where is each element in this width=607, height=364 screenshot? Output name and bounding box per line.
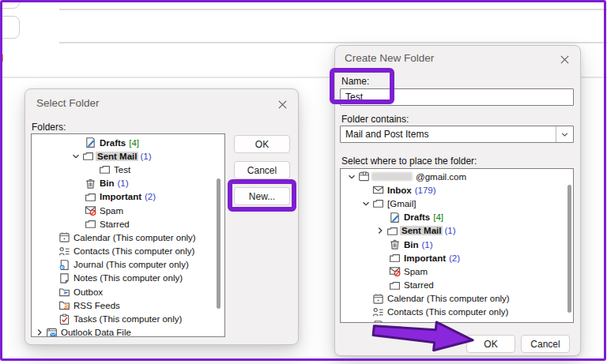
chevron-spacer bbox=[88, 165, 99, 174]
chevron-spacer bbox=[47, 314, 58, 324]
tree-item-important[interactable]: Important(2) bbox=[32, 190, 224, 204]
tree-item-sent-mail[interactable]: Sent Mail(1) bbox=[341, 224, 573, 238]
place-folder-tree[interactable]: @gmail.comInbox(179)[Gmail]Drafts[4]Sent… bbox=[340, 168, 574, 323]
tree-item-label: Tasks (This computer only) bbox=[72, 314, 183, 324]
background-field-fragment bbox=[0, 0, 20, 9]
tree-item-label: RSS Feeds bbox=[72, 301, 122, 310]
tree-item-label: Bin bbox=[402, 240, 420, 250]
tree-item-bin[interactable]: Bin(1) bbox=[341, 238, 573, 251]
tree-item-outlook-data-file[interactable]: Outlook Data File bbox=[32, 326, 224, 337]
tree-item-gmail-com[interactable]: @gmail.com bbox=[341, 170, 573, 183]
tree-item-label: Sent Mail bbox=[400, 226, 443, 235]
folder-icon bbox=[389, 280, 402, 291]
close-icon[interactable] bbox=[275, 97, 289, 111]
folder-icon bbox=[99, 163, 112, 175]
chevron-spacer bbox=[74, 192, 85, 201]
tree-item-test[interactable]: Test bbox=[32, 163, 224, 176]
unread-count: (1) bbox=[444, 226, 455, 235]
chevron-right-icon[interactable] bbox=[35, 328, 46, 337]
background-cursor-mark bbox=[1, 54, 3, 62]
chevron-spacer bbox=[47, 273, 58, 283]
tree-item-label: Spam bbox=[402, 267, 429, 276]
folder-list[interactable]: Drafts[4]Sent Mail(1)TestBin(1)Important… bbox=[31, 133, 225, 337]
unread-count: (2) bbox=[449, 253, 460, 263]
tree-item-sent-mail[interactable]: Sent Mail(1) bbox=[32, 149, 224, 163]
chevron-spacer bbox=[378, 253, 389, 263]
unread-count: (1) bbox=[140, 152, 151, 161]
chevron-spacer bbox=[47, 301, 58, 310]
tree-item-inbox[interactable]: Inbox(179) bbox=[341, 183, 573, 197]
chevron-right-icon[interactable] bbox=[375, 226, 386, 235]
unread-count: (2) bbox=[145, 192, 156, 201]
contacts-icon bbox=[58, 246, 72, 257]
ok-button[interactable]: OK bbox=[234, 135, 290, 153]
tree-item-label: Calendar (This computer only) bbox=[386, 294, 511, 303]
tree-item-calendar-this-computer-only[interactable]: Calendar (This computer only) bbox=[341, 292, 573, 306]
folder-icon bbox=[386, 225, 400, 237]
account-icon bbox=[358, 171, 371, 182]
tree-item-label: Contacts (This computer only) bbox=[386, 307, 510, 317]
tree-item-label: Journal (This computer only) bbox=[72, 260, 190, 269]
folder-icon bbox=[82, 150, 96, 162]
datafile-icon bbox=[46, 327, 59, 337]
chevron-spacer bbox=[74, 220, 85, 229]
tree-item-label: Starred bbox=[402, 280, 435, 290]
tree-item-label: Contacts (This computer only) bbox=[72, 246, 196, 256]
tree-item-label: [Gmail] bbox=[386, 199, 417, 208]
tree-item-outbox[interactable]: Outbox bbox=[32, 285, 224, 298]
dialog-title: Select Folder bbox=[36, 97, 100, 109]
tree-item-label: Sent Mail bbox=[96, 152, 138, 161]
tree-item-starred[interactable]: Starred bbox=[32, 217, 224, 231]
tree-item-gmail[interactable]: [Gmail] bbox=[341, 197, 573, 210]
tree-item-label: Starred bbox=[98, 220, 131, 229]
unread-count: [4] bbox=[129, 138, 139, 148]
tree-item-notes-this-computer-only[interactable]: Notes (This computer only) bbox=[32, 272, 224, 285]
unread-count: (179) bbox=[415, 186, 436, 195]
folder-contains-select[interactable]: Mail and Post Items bbox=[340, 126, 574, 143]
tree-item-calendar-this-computer-only[interactable]: Calendar (This computer only) bbox=[32, 231, 224, 244]
tree-item-label: Calendar (This computer only) bbox=[72, 233, 198, 242]
compose-field-divider bbox=[59, 9, 607, 10]
screenshot-canvas: Select Folder Folders: Drafts[4]Sent Mai… bbox=[0, 0, 607, 364]
chevron-down-icon[interactable] bbox=[71, 152, 82, 161]
scrollbar-thumb[interactable] bbox=[217, 178, 221, 309]
cancel-button[interactable]: Cancel bbox=[521, 335, 570, 353]
tree-item-label: Outlook Data File bbox=[59, 328, 133, 337]
folder-icon bbox=[372, 197, 386, 209]
annotation-arrow-to-ok bbox=[362, 317, 481, 360]
tree-item-drafts[interactable]: Drafts[4] bbox=[32, 136, 224, 149]
tree-item-drafts[interactable]: Drafts[4] bbox=[341, 211, 573, 224]
scrollbar-thumb[interactable] bbox=[567, 185, 571, 313]
tree-item-label: Spam bbox=[98, 206, 125, 216]
cancel-button[interactable]: Cancel bbox=[234, 161, 290, 179]
tree-item-rss-feeds[interactable]: RSS Feeds bbox=[32, 298, 224, 312]
tree-item-tasks-this-computer-only[interactable]: Tasks (This computer only) bbox=[32, 312, 224, 325]
spam-icon bbox=[85, 205, 98, 216]
chevron-down-icon[interactable] bbox=[556, 126, 573, 142]
chevron-down-icon[interactable] bbox=[347, 172, 358, 182]
chevron-spacer bbox=[378, 240, 389, 250]
unread-count: (1) bbox=[118, 178, 129, 188]
tree-item-label: Important bbox=[98, 192, 143, 201]
highlight-box-new-button bbox=[228, 179, 296, 212]
folder-contains-value: Mail and Post Items bbox=[345, 129, 428, 140]
chevron-spacer bbox=[378, 212, 389, 222]
highlight-box-name-field bbox=[330, 68, 394, 104]
tree-item-contacts-this-computer-only[interactable]: Contacts (This computer only) bbox=[32, 245, 224, 258]
tree-item-label: @gmail.com bbox=[414, 172, 468, 182]
rss-icon bbox=[58, 299, 72, 311]
tree-item-bin[interactable]: Bin(1) bbox=[32, 177, 224, 190]
spam-icon bbox=[389, 265, 402, 277]
tree-item-important[interactable]: Important(2) bbox=[341, 251, 573, 265]
tree-item-starred[interactable]: Starred bbox=[341, 279, 573, 292]
tree-item-spam[interactable]: Spam bbox=[341, 265, 573, 278]
chevron-down-icon[interactable] bbox=[361, 199, 372, 208]
calendar-icon bbox=[372, 293, 386, 305]
chevron-spacer bbox=[47, 233, 58, 242]
tree-item-spam[interactable]: Spam bbox=[32, 204, 224, 217]
tree-item-label: Outbox bbox=[72, 287, 104, 297]
close-icon[interactable] bbox=[557, 52, 571, 66]
chevron-spacer bbox=[74, 178, 85, 188]
tree-item-journal-this-computer-only[interactable]: Journal (This computer only) bbox=[32, 258, 224, 272]
envelope-icon bbox=[372, 184, 386, 196]
